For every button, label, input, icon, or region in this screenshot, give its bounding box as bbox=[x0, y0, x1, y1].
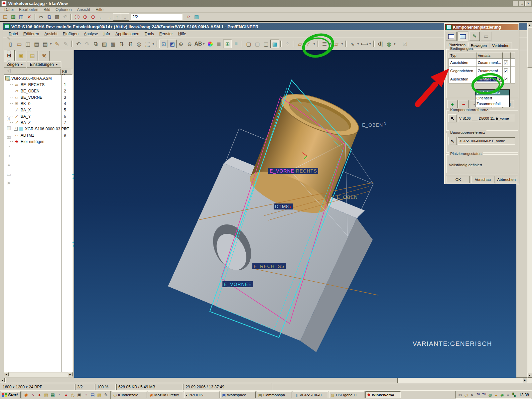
tree-item-be-vorne[interactable]: ▱BE_VORNE3 bbox=[4, 94, 72, 100]
tree-root-item[interactable]: VGR-S106-00HA.ASM bbox=[4, 75, 72, 81]
rect-icon[interactable]: ▭ bbox=[4, 170, 14, 179]
tree-horizontal-scrollbar[interactable]: ◄ ► bbox=[4, 372, 73, 377]
vertical-scrollbar[interactable]: ▲ ▼ bbox=[527, 23, 532, 378]
delete-icon[interactable]: ✕ bbox=[25, 13, 33, 21]
scroll-right-icon[interactable]: ► bbox=[523, 378, 527, 382]
toolTU-icon[interactable]: TU bbox=[481, 393, 487, 397]
task-button-winkelversa-[interactable]: ❖Winkelversa... bbox=[365, 391, 401, 398]
dialog-titlebar[interactable]: Komponentenplatzierung bbox=[445, 24, 518, 30]
proe-menu-applikationen[interactable]: Applikationen bbox=[113, 31, 142, 37]
enabled-checkbox[interactable]: ✓ bbox=[504, 77, 508, 81]
verify-icon[interactable]: ☑ bbox=[401, 40, 409, 48]
round1-icon[interactable]: ◔ bbox=[4, 142, 14, 151]
option-orientiert[interactable]: Orientiert bbox=[475, 95, 509, 101]
proe-menu-hilfe[interactable]: Hilfe bbox=[176, 31, 189, 37]
lock-icon[interactable]: ◒ bbox=[493, 393, 499, 397]
tool36-icon[interactable]: 36 bbox=[475, 393, 481, 397]
task-button-commonspa-[interactable]: ▤Commonspa... bbox=[257, 391, 292, 398]
revolve-icon[interactable]: ◇ bbox=[4, 57, 14, 66]
copy-icon[interactable]: ⧉ bbox=[91, 40, 100, 48]
datum-axes-icon[interactable]: ∕ bbox=[304, 40, 313, 48]
tree-item-ba-x[interactable]: ∕BA_X5 bbox=[4, 107, 72, 113]
docked-window-icon[interactable] bbox=[458, 32, 468, 41]
window-icon[interactable]: ▣ bbox=[76, 392, 82, 398]
download-icon[interactable]: ↘ bbox=[30, 392, 36, 398]
panel-collapse-handle2[interactable]: ◂◂ bbox=[71, 240, 74, 248]
tab-favorites[interactable]: ▤ bbox=[27, 51, 38, 61]
measure-icon-dropdown-icon[interactable]: ▼ bbox=[369, 40, 372, 48]
scroll-right-icon[interactable]: ► bbox=[68, 372, 72, 376]
slideshow-icon[interactable]: ▦ bbox=[9, 13, 17, 21]
ken-icon[interactable]: ◍ bbox=[487, 393, 493, 397]
cut-icon[interactable]: ✂ bbox=[37, 13, 45, 21]
edit-definition-icon[interactable]: ✎ bbox=[469, 32, 480, 41]
proe-menu-ansicht[interactable]: Ansicht bbox=[42, 31, 60, 37]
flag-icon[interactable]: ⚑ bbox=[4, 179, 14, 188]
ok-button[interactable]: OK bbox=[447, 176, 470, 183]
horizontal-scroll-thumb[interactable] bbox=[5, 378, 398, 383]
sync-icon[interactable]: ◌ bbox=[83, 392, 89, 398]
extrude-icon[interactable]: ▢ bbox=[4, 48, 14, 56]
minimize-button[interactable]: _ bbox=[513, 1, 518, 6]
tab-verbinden[interactable]: Verbinden bbox=[489, 43, 512, 49]
enabled-checkbox[interactable]: ✓ bbox=[504, 60, 508, 65]
excel-icon[interactable]: ▦ bbox=[50, 392, 56, 398]
folder-icon[interactable]: ▨ bbox=[43, 392, 49, 398]
add-constraint-button[interactable]: + bbox=[447, 100, 458, 108]
find-icon[interactable]: ◎ bbox=[135, 40, 143, 48]
proe-menu-einfügen[interactable]: Einfügen bbox=[61, 31, 81, 37]
datum-axes-icon-dropdown-icon[interactable]: ▼ bbox=[313, 40, 316, 48]
sweep-icon[interactable]: ◁ bbox=[4, 66, 14, 75]
model-tree-icon[interactable]: ⊞ bbox=[223, 40, 232, 48]
task-button-mozilla-firefox[interactable]: ◉Mozilla Firefox bbox=[148, 391, 183, 398]
hatch-icon[interactable]: ▨ bbox=[4, 123, 14, 132]
sphere-icon[interactable]: ● bbox=[505, 393, 511, 397]
round3-icon[interactable]: ◕ bbox=[4, 161, 14, 169]
baugruppenreferenz-field[interactable]: XGR-S106-0000-03: E_vorne bbox=[458, 137, 515, 145]
blend-icon[interactable]: ▰ bbox=[4, 75, 14, 84]
undo-icon[interactable]: ↶ bbox=[61, 13, 69, 21]
datum-grid-icon[interactable]: ⁘ bbox=[283, 40, 292, 48]
constraint-row[interactable]: Ausrichten Zusammenf... ✓ bbox=[449, 59, 515, 67]
rename-icon[interactable]: AB bbox=[194, 40, 202, 48]
tree-item-ba-z[interactable]: ∕BA_Z7 bbox=[4, 119, 72, 126]
constraint-row-selected[interactable]: Ausrichten menfallend ▼ ✓ bbox=[449, 75, 515, 83]
separate-window-icon[interactable] bbox=[446, 32, 457, 41]
first-image-icon[interactable]: ↑ bbox=[113, 13, 121, 21]
annotation-icon-dropdown-icon[interactable]: ▼ bbox=[329, 40, 332, 48]
task-button-d-eigene-d-[interactable]: ▨D:\Eigene D... bbox=[329, 391, 364, 398]
enabled-checkbox[interactable]: ✓ bbox=[504, 68, 508, 73]
open-icon[interactable]: ▭ bbox=[481, 32, 491, 41]
print-letter-icon[interactable]: P bbox=[185, 13, 193, 21]
datum-plane-note-icon[interactable]: ▱ bbox=[332, 40, 341, 48]
scroll-left-icon[interactable]: ◄ bbox=[0, 378, 5, 382]
opera-icon[interactable]: ● bbox=[37, 392, 43, 398]
zoom-out-icon[interactable]: ⊖ bbox=[89, 13, 97, 21]
wireframe-icon[interactable]: ▢ bbox=[244, 40, 253, 48]
merge-icon[interactable]: )( bbox=[4, 114, 14, 123]
print-options-icon[interactable]: ▤ bbox=[41, 40, 50, 48]
close-button[interactable]: × bbox=[525, 1, 531, 6]
iv-menu-optionen[interactable]: Optionen bbox=[53, 7, 74, 12]
pointer-icon[interactable]: ➤ bbox=[469, 393, 475, 397]
acrobat-icon[interactable]: ▲ bbox=[63, 392, 69, 398]
sketch-icon[interactable]: ✎ bbox=[4, 25, 14, 34]
iv-menu-hilfe[interactable]: Hilfe bbox=[93, 7, 106, 12]
wallpaper-icon[interactable]: ▧ bbox=[193, 13, 200, 21]
tree-item-adtm1[interactable]: ▱ADTM19 bbox=[4, 132, 72, 138]
abbrechen-button[interactable]: Abbrechen bbox=[496, 176, 517, 183]
paste-icon[interactable]: ▨ bbox=[100, 40, 109, 48]
style-icon[interactable]: ∿ bbox=[348, 40, 357, 48]
tree-item-be-oben[interactable]: ▱BE_OBEN2 bbox=[4, 88, 72, 94]
scroll-left-icon[interactable]: ◄ bbox=[4, 372, 9, 376]
info-icon[interactable]: ⓘ bbox=[73, 13, 81, 21]
proe-menu-editieren[interactable]: Editieren bbox=[21, 31, 41, 37]
folder2-icon[interactable]: ▨ bbox=[96, 392, 102, 398]
versatz-combobox[interactable]: menfallend ▼ bbox=[477, 76, 502, 82]
nvidia-icon[interactable]: ◉ bbox=[499, 393, 505, 397]
rename-icon-dropdown-icon[interactable]: ▼ bbox=[202, 40, 206, 48]
paste-special-icon[interactable]: ▧ bbox=[109, 40, 117, 48]
maximize-button[interactable]: □ bbox=[519, 1, 525, 6]
constraint-row[interactable]: Gegenrichten Zusammenf... ✓ bbox=[449, 67, 515, 75]
datum-planes-icon[interactable]: ▱ bbox=[296, 40, 304, 48]
